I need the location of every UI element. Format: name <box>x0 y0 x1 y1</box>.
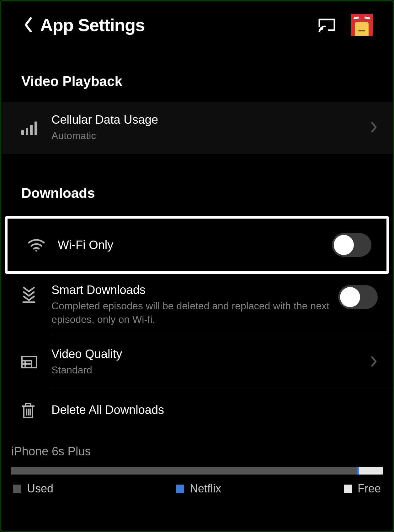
svg-rect-2 <box>26 128 28 135</box>
legend-netflix: Netflix <box>176 482 221 495</box>
highlighted-row: Wi-Fi Only <box>5 216 389 274</box>
legend-free: Free <box>344 482 381 495</box>
svg-point-0 <box>319 31 320 32</box>
storage-device-label: iPhone 6s Plus <box>11 445 383 458</box>
smart-downloads-title: Smart Downloads <box>51 283 332 297</box>
header: App Settings <box>1 1 393 48</box>
trash-icon <box>21 402 35 418</box>
svg-rect-3 <box>30 125 33 135</box>
cellular-value: Automatic <box>51 129 365 143</box>
legend-swatch-free <box>344 485 352 493</box>
smart-downloads-icon <box>21 286 36 303</box>
smart-downloads-desc: Completed episodes will be deleted and r… <box>51 299 332 326</box>
toggle-knob <box>340 287 360 307</box>
video-quality-icon <box>21 356 37 368</box>
row-wifi-only[interactable]: Wi-Fi Only <box>8 219 386 271</box>
svg-point-5 <box>35 250 37 252</box>
toggle-knob <box>334 235 354 255</box>
legend-netflix-label: Netflix <box>190 482 221 495</box>
svg-rect-7 <box>22 356 36 368</box>
smart-downloads-toggle[interactable] <box>338 285 378 309</box>
row-cellular-data-usage[interactable]: Cellular Data Usage Automatic <box>1 102 393 154</box>
video-quality-title: Video Quality <box>51 347 365 361</box>
svg-rect-16 <box>26 404 31 406</box>
profile-avatar[interactable] <box>351 14 373 36</box>
wifi-icon <box>28 238 45 252</box>
legend-used: Used <box>13 482 53 495</box>
storage-seg-used <box>11 467 357 475</box>
header-actions <box>318 14 373 36</box>
storage-section: iPhone 6s Plus Used Netflix Free <box>1 432 393 495</box>
chevron-right-icon <box>371 356 378 368</box>
svg-rect-1 <box>21 130 24 135</box>
row-delete-all-downloads[interactable]: Delete All Downloads <box>1 388 393 432</box>
legend-free-label: Free <box>358 482 381 495</box>
cellular-title: Cellular Data Usage <box>51 113 365 127</box>
row-video-quality[interactable]: Video Quality Standard <box>1 336 393 388</box>
legend-swatch-netflix <box>176 485 184 493</box>
back-button[interactable] <box>19 15 38 34</box>
section-heading-video-playback: Video Playback <box>1 48 393 102</box>
page-title: App Settings <box>40 15 318 35</box>
storage-legend: Used Netflix Free <box>11 475 383 495</box>
avatar-mouth <box>358 30 365 31</box>
storage-seg-free <box>359 467 383 475</box>
chevron-right-icon <box>371 122 378 134</box>
signal-bars-icon <box>21 121 38 135</box>
chevron-left-icon <box>23 17 34 33</box>
wifi-only-toggle[interactable] <box>332 233 371 257</box>
delete-all-title: Delete All Downloads <box>51 403 371 417</box>
legend-swatch-used <box>13 485 21 493</box>
storage-bar <box>11 467 383 475</box>
legend-used-label: Used <box>27 482 53 495</box>
row-smart-downloads[interactable]: Smart Downloads Completed episodes will … <box>1 274 393 336</box>
cast-icon <box>318 18 336 32</box>
section-heading-downloads: Downloads <box>1 154 393 214</box>
avatar-face <box>355 22 369 36</box>
avatar-eyes <box>351 17 373 21</box>
storage-seg-netflix <box>357 467 359 475</box>
video-quality-value: Standard <box>51 363 365 377</box>
wifi-only-title: Wi-Fi Only <box>58 238 326 252</box>
svg-rect-4 <box>35 122 37 135</box>
cast-button[interactable] <box>318 17 336 32</box>
